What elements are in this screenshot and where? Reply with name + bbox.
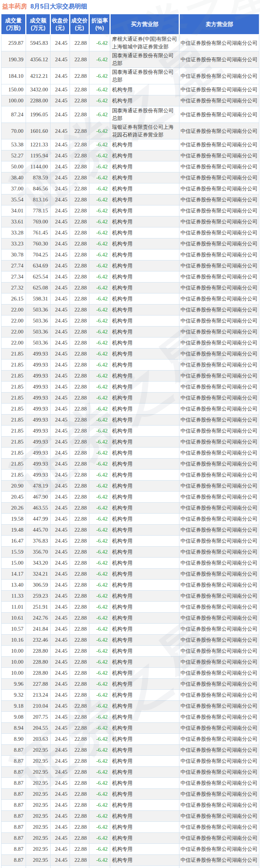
cell-price: 22.88	[70, 360, 89, 371]
cell-seller: 中信证券股份有限公司湖南分公司	[179, 492, 259, 503]
cell-close: 24.45	[51, 304, 70, 316]
cell-price: 22.88	[70, 95, 89, 106]
table-row: 15.00343.2024.4522.88-6.42机构专用中信证券股份有限公司…	[1, 558, 259, 569]
cell-close: 24.45	[51, 459, 70, 470]
cell-buyer: 机构专用	[110, 481, 179, 492]
cell-price: 22.88	[70, 327, 89, 338]
cell-seller: 中信证券股份有限公司湖南分公司	[179, 205, 259, 216]
cell-amount: 447.99	[26, 514, 51, 525]
cell-price: 22.88	[70, 800, 89, 811]
cell-premium: -6.42	[89, 602, 110, 613]
cell-price: 22.88	[70, 712, 89, 723]
cell-price: 22.88	[70, 668, 89, 679]
cell-amount: 1195.94	[26, 150, 51, 161]
cell-buyer: 机构专用	[110, 282, 179, 293]
cell-close: 24.45	[51, 123, 70, 139]
cell-amount: 202.95	[26, 756, 51, 767]
cell-amount: 4212.21	[26, 68, 51, 84]
cell-price: 22.88	[70, 558, 89, 569]
table-row: 27.74634.6924.4522.88-6.42机构专用中信证券股份有限公司…	[1, 260, 259, 271]
cell-volume: 21.85	[1, 360, 26, 371]
table-row: 10.00228.8024.4522.88-6.42机构专用中信证券股份有限公司…	[1, 646, 259, 657]
cell-volume: 21.85	[1, 371, 26, 382]
cell-close: 24.45	[51, 789, 70, 800]
cell-amount: 202.95	[26, 767, 51, 778]
cell-amount: 376.83	[26, 536, 51, 547]
cell-seller: 中信证券股份有限公司湖南分公司	[179, 624, 259, 635]
cell-buyer: 机构专用	[110, 866, 179, 868]
cell-price: 22.88	[70, 249, 89, 260]
cell-amount: 625.54	[26, 271, 51, 282]
cell-premium: -6.42	[89, 470, 110, 481]
cell-buyer: 机构专用	[110, 855, 179, 866]
cell-price: 22.88	[70, 833, 89, 844]
cell-close: 24.45	[51, 349, 70, 360]
table-row: 8.87202.9524.4522.88-6.42机构专用中信证券股份有限公司湖…	[1, 778, 259, 789]
cell-price: 22.88	[70, 778, 89, 789]
table-row: 33.28761.4524.4522.88-6.42机构专用中信证券股份有限公司…	[1, 227, 259, 238]
cell-volume: 52.27	[1, 150, 26, 161]
cell-volume: 50.00	[1, 161, 26, 172]
cell-price: 22.88	[70, 536, 89, 547]
cell-price: 22.88	[70, 646, 89, 657]
cell-amount: 625.08	[26, 282, 51, 293]
cell-buyer: 机构专用	[110, 327, 179, 338]
column-header-amount: 成交额(万元)	[26, 14, 51, 35]
cell-premium: -6.42	[89, 756, 110, 767]
cell-amount: 463.55	[26, 503, 51, 514]
cell-volume: 21.85	[1, 459, 26, 470]
column-header-price: 成交价(元)	[70, 14, 89, 35]
cell-premium: -6.42	[89, 216, 110, 227]
table-row: 10.00228.8024.4522.88-6.42机构专用中信证券股份有限公司…	[1, 657, 259, 668]
cell-amount: 5945.83	[26, 34, 51, 51]
cell-amount: 228.80	[26, 668, 51, 679]
cell-price: 22.88	[70, 304, 89, 316]
column-header-volume: 成交量(万股)	[1, 14, 26, 35]
cell-buyer: 机构专用	[110, 150, 179, 161]
cell-seller: 中信证券股份有限公司湖南分公司	[179, 426, 259, 437]
cell-buyer: 机构专用	[110, 161, 179, 172]
cell-volume: 15.00	[1, 558, 26, 569]
cell-premium: -6.42	[89, 371, 110, 382]
cell-seller: 中信证券股份有限公司湖南分公司	[179, 34, 259, 51]
cell-seller: 中信证券股份有限公司湖南分公司	[179, 172, 259, 183]
table-row: 9.08207.7524.4522.88-6.42机构专用中信证券股份有限公司湖…	[1, 712, 259, 723]
cell-volume: 13.40	[1, 580, 26, 591]
cell-buyer: 机构专用	[110, 613, 179, 624]
table-row: 30.78704.2524.4522.88-6.42机构专用中信证券股份有限公司…	[1, 249, 259, 260]
cell-close: 24.45	[51, 448, 70, 459]
cell-seller: 中信证券股份有限公司湖南分公司	[179, 778, 259, 789]
cell-premium: -6.42	[89, 789, 110, 800]
cell-amount: 202.95	[26, 811, 51, 822]
block-trade-report-page: 益丰药房8月5日大宗交易明细 成交量(万股)成交额(万元)收盘价(元)成交价(元…	[0, 0, 260, 868]
cell-volume: 37.00	[1, 183, 26, 194]
cell-close: 24.45	[51, 139, 70, 150]
cell-seller: 中信证券股份有限公司湖南分公司	[179, 238, 259, 249]
cell-volume: 16.47	[1, 536, 26, 547]
cell-volume: 8.87	[1, 800, 26, 811]
cell-seller: 中信证券股份有限公司湖南分公司	[179, 304, 259, 316]
table-row: 33.61769.0024.4522.88-6.42机构专用中信证券股份有限公司…	[1, 216, 259, 227]
cell-buyer: 机构专用	[110, 404, 179, 415]
cell-amount: 499.93	[26, 404, 51, 415]
cell-seller: 中信证券股份有限公司湖南分公司	[179, 547, 259, 558]
cell-premium: -6.42	[89, 558, 110, 569]
table-row: 38.40878.5924.4522.88-6.42机构专用中信证券股份有限公司…	[1, 172, 259, 183]
block-trade-table: 成交量(万股)成交额(万元)收盘价(元)成交价(元)折溢率(%)买方营业部卖方营…	[1, 14, 259, 868]
cell-premium: -6.42	[89, 51, 110, 68]
cell-amount: 202.95	[26, 822, 51, 833]
cell-seller: 中信证券股份有限公司湖南分公司	[179, 514, 259, 525]
cell-buyer: 机构专用	[110, 789, 179, 800]
cell-close: 24.45	[51, 393, 70, 404]
cell-amount: 202.95	[26, 844, 51, 855]
table-row: 53.381221.3324.4522.88-6.42机构专用中信证券股份有限公…	[1, 139, 259, 150]
cell-price: 22.88	[70, 123, 89, 139]
cell-price: 22.88	[70, 426, 89, 437]
table-row: 35.54813.1624.4522.88-6.42机构专用中信证券股份有限公司…	[1, 194, 259, 205]
table-row: 20.26463.5524.4522.88-6.42机构专用中信证券股份有限公司…	[1, 503, 259, 514]
cell-volume: 21.85	[1, 393, 26, 404]
cell-seller: 中信证券股份有限公司湖南分公司	[179, 635, 259, 646]
cell-volume: 10.00	[1, 646, 26, 657]
cell-price: 22.88	[70, 415, 89, 426]
cell-volume: 35.54	[1, 194, 26, 205]
